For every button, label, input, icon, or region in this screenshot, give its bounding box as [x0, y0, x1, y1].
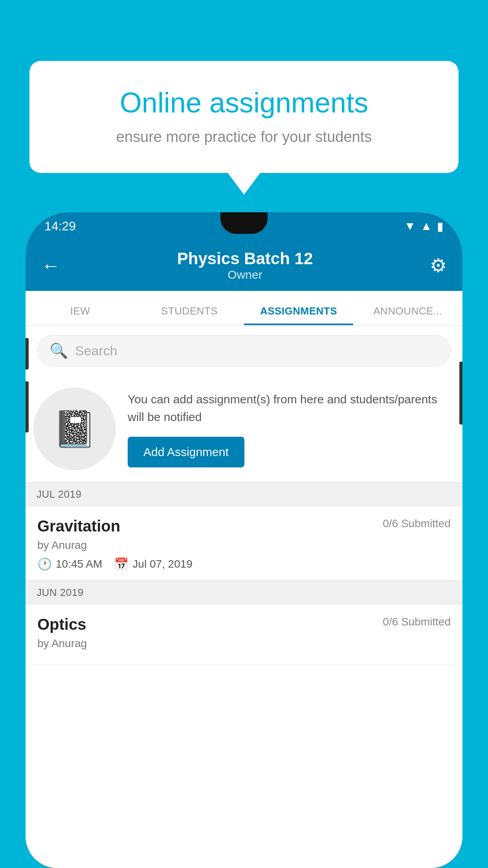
tab-students[interactable]: STUDENTS [135, 305, 244, 325]
assignment-author-optics: by Anurag [37, 637, 451, 650]
assignment-header-optics: Optics 0/6 Submitted [37, 616, 451, 633]
battery-icon: ▮ [437, 219, 444, 233]
add-description: You can add assignment(s) from here and … [128, 390, 451, 426]
header-subtitle: Owner [177, 268, 313, 281]
search-container: 🔍 Search [26, 326, 462, 376]
notebook-circle: 📓 [33, 388, 116, 470]
tab-bar: IEW STUDENTS ASSIGNMENTS ANNOUNCE... [26, 291, 462, 326]
tab-iew[interactable]: IEW [26, 305, 135, 325]
settings-icon[interactable]: ⚙ [430, 254, 447, 276]
assignment-item-optics[interactable]: Optics 0/6 Submitted by Anurag [26, 605, 462, 665]
notebook-icon: 📓 [53, 408, 97, 450]
phone-side-button-1 [26, 338, 29, 370]
assignment-author: by Anurag [37, 539, 451, 552]
speech-bubble-title: Online assignments [61, 86, 427, 119]
add-assignment-button[interactable]: Add Assignment [128, 437, 244, 467]
header-center: Physics Batch 12 Owner [177, 249, 313, 281]
status-bar: 14:29 ▼ ▲ ▮ [26, 212, 462, 240]
search-placeholder: Search [75, 343, 117, 359]
phone-screen: 14:29 ▼ ▲ ▮ ← Physics Batch 12 Owner ⚙ I… [26, 212, 462, 868]
tab-announcements[interactable]: ANNOUNCE... [353, 305, 462, 325]
section-header-jul: JUL 2019 [26, 482, 462, 506]
status-time: 14:29 [44, 219, 76, 234]
assignment-name: Gravitation [37, 517, 120, 535]
phone-side-button-3 [459, 362, 462, 425]
back-button[interactable]: ← [41, 255, 60, 276]
calendar-icon: 📅 [114, 557, 128, 571]
notch [220, 212, 268, 234]
app-header: ← Physics Batch 12 Owner ⚙ [26, 240, 462, 291]
header-title: Physics Batch 12 [177, 249, 313, 268]
speech-bubble: Online assignments ensure more practice … [29, 61, 459, 173]
search-bar[interactable]: 🔍 Search [37, 335, 451, 366]
wifi-icon: ▼ [404, 219, 416, 233]
section-header-jun: JUN 2019 [26, 581, 462, 605]
assignment-time: 10:45 AM [56, 558, 102, 570]
signal-icon: ▲ [420, 219, 432, 233]
speech-bubble-wrapper: Online assignments ensure more practice … [29, 61, 459, 173]
add-assignment-section: 📓 You can add assignment(s) from here an… [26, 376, 462, 482]
add-section-right: You can add assignment(s) from here and … [128, 390, 451, 467]
assignment-meta: 🕐 10:45 AM 📅 Jul 07, 2019 [37, 557, 451, 571]
status-icons: ▼ ▲ ▮ [404, 219, 444, 233]
meta-time: 🕐 10:45 AM [37, 557, 102, 571]
meta-date: 📅 Jul 07, 2019 [114, 557, 193, 571]
speech-bubble-subtitle: ensure more practice for your students [61, 129, 427, 145]
content-area: 🔍 Search 📓 You can add assignment(s) fro… [26, 326, 462, 840]
assignment-submitted-optics: 0/6 Submitted [383, 616, 451, 628]
search-icon: 🔍 [50, 342, 68, 359]
assignment-date: Jul 07, 2019 [132, 558, 193, 570]
clock-icon: 🕐 [37, 557, 52, 571]
assignment-header: Gravitation 0/6 Submitted [37, 517, 451, 535]
tab-assignments[interactable]: ASSIGNMENTS [244, 305, 353, 325]
assignment-submitted: 0/6 Submitted [383, 517, 451, 530]
phone-side-button-2 [26, 381, 29, 432]
assignment-item-gravitation[interactable]: Gravitation 0/6 Submitted by Anurag 🕐 10… [26, 506, 462, 581]
phone-frame: 14:29 ▼ ▲ ▮ ← Physics Batch 12 Owner ⚙ I… [26, 212, 462, 868]
assignment-name-optics: Optics [37, 616, 86, 633]
